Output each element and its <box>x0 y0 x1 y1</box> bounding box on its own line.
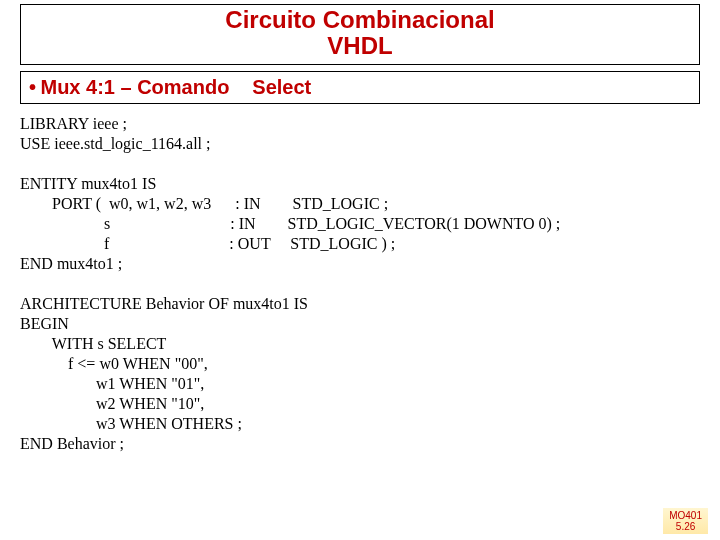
title-line-1: Circuito Combinacional <box>21 7 699 33</box>
vhdl-code-block: LIBRARY ieee ; USE ieee.std_logic_1164.a… <box>20 114 700 454</box>
slide-footer: MO401 5.26 <box>663 508 708 534</box>
title-box: Circuito Combinacional VHDL <box>20 4 700 65</box>
footer-slide-number: 5.26 <box>669 521 702 532</box>
title-line-2: VHDL <box>21 33 699 59</box>
subtitle-extra: Select <box>252 76 311 98</box>
subtitle-main: Mux 4:1 – Comando <box>40 76 229 98</box>
bullet-icon: • <box>29 76 36 98</box>
footer-course: MO401 <box>669 510 702 521</box>
subtitle-box: • Mux 4:1 – Comando Select <box>20 71 700 104</box>
